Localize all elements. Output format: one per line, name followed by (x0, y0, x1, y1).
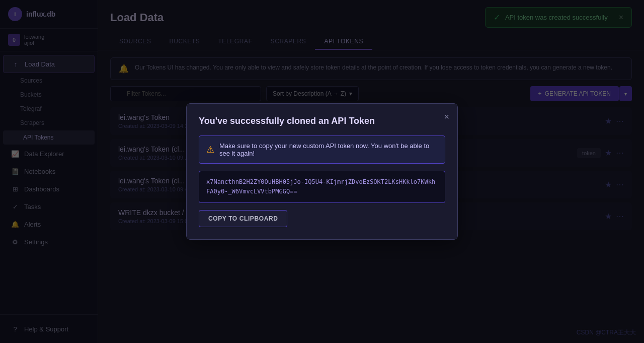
modal-title: You've successfully cloned an API Token (199, 116, 445, 126)
modal-warning-banner: ⚠ Make sure to copy your new custom API … (199, 135, 445, 164)
clone-token-modal: You've successfully cloned an API Token … (186, 103, 458, 240)
modal-overlay[interactable]: You've successfully cloned an API Token … (0, 0, 644, 343)
warning-icon: ⚠ (206, 144, 214, 155)
modal-close-button[interactable]: × (444, 112, 449, 122)
copy-to-clipboard-button[interactable]: COPY TO CLIPBOARD (199, 210, 287, 227)
modal-token-value: x7NancthnB2H2ZY0OuHBH05jJo-IQ5U4-KIjmrjZ… (199, 171, 445, 203)
modal-warning-text: Make sure to copy your new custom API to… (219, 142, 438, 157)
